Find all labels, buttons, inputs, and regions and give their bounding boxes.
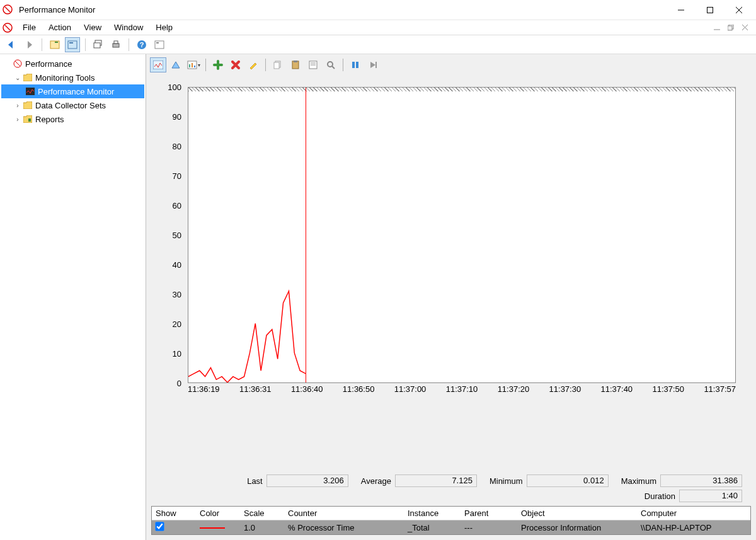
legend-header-color[interactable]: Color <box>196 508 240 518</box>
menu-action[interactable]: Action <box>42 21 77 33</box>
mdi-close-button[interactable] <box>740 23 750 33</box>
minimize-button[interactable] <box>667 0 696 20</box>
tree-label: Data Collector Sets <box>35 101 106 110</box>
average-label: Average <box>361 476 391 486</box>
legend-header-parent[interactable]: Parent <box>461 508 517 518</box>
graph-area: 0102030405060708090100 11:36:1911:36:311… <box>147 74 755 472</box>
legend-color-sample <box>200 527 225 529</box>
perfmon-toolbar: ▾ <box>147 55 755 74</box>
legend-object: Processor Information <box>517 523 637 532</box>
maximum-value: 31.386 <box>660 474 742 487</box>
series-line <box>188 88 735 382</box>
perfmon-icon <box>25 86 35 96</box>
folder-icon <box>23 100 33 110</box>
mdi-minimize-button[interactable] <box>712 23 722 33</box>
svg-text:?: ? <box>140 41 144 49</box>
legend-header-object[interactable]: Object <box>517 508 637 518</box>
duration-row: Duration 1:40 <box>147 490 755 506</box>
freeze-button[interactable] <box>347 57 364 72</box>
minimum-value: 0.012 <box>527 474 609 487</box>
new-window-button[interactable] <box>91 37 106 52</box>
view-histogram-button[interactable] <box>168 57 184 72</box>
view-report-button[interactable]: ▾ <box>185 57 202 72</box>
menu-help[interactable]: Help <box>149 21 179 33</box>
average-value: 7.125 <box>395 474 477 487</box>
help-button[interactable]: ? <box>134 37 149 52</box>
svg-rect-24 <box>28 118 31 122</box>
update-button[interactable] <box>365 57 381 72</box>
plot-area[interactable] <box>188 87 736 383</box>
svg-rect-39 <box>352 62 355 68</box>
delete-counter-button[interactable] <box>227 57 244 72</box>
menu-file[interactable]: File <box>16 21 42 33</box>
highlight-button[interactable] <box>245 57 261 72</box>
export-button[interactable] <box>152 37 167 52</box>
legend-computer: \\DAN-HP-LAPTOP <box>637 523 750 532</box>
zoom-button[interactable] <box>323 57 339 72</box>
svg-point-37 <box>328 62 333 67</box>
maximum-label: Maximum <box>621 476 656 486</box>
performance-icon <box>13 59 23 69</box>
svg-rect-13 <box>69 42 73 43</box>
menu-window[interactable]: Window <box>108 21 149 33</box>
console-tree: Performance ⌄ Monitoring Tools Performan… <box>0 54 146 540</box>
legend-header-show[interactable]: Show <box>152 508 196 518</box>
show-hide-tree-button[interactable] <box>47 37 62 52</box>
legend-parent: --- <box>461 523 517 532</box>
tree-label: Performance Monitor <box>38 87 114 96</box>
svg-rect-8 <box>728 26 732 30</box>
expander-icon[interactable]: › <box>14 116 21 123</box>
legend-header-computer[interactable]: Computer <box>637 508 750 518</box>
add-counter-button[interactable] <box>210 57 226 72</box>
expander-icon[interactable]: ⌄ <box>14 74 21 81</box>
properties-button[interactable] <box>65 37 80 52</box>
svg-rect-12 <box>68 41 77 49</box>
paste-button[interactable] <box>287 57 304 72</box>
legend-scale: 1.0 <box>240 523 284 532</box>
legend-show-checkbox[interactable] <box>155 522 164 531</box>
last-label: Last <box>247 476 263 486</box>
menu-view[interactable]: View <box>77 21 108 33</box>
duration-value: 1:40 <box>679 490 742 502</box>
close-button[interactable] <box>724 0 753 20</box>
svg-rect-2 <box>707 7 713 13</box>
forward-button[interactable] <box>21 37 37 52</box>
back-button[interactable] <box>4 37 19 52</box>
svg-rect-31 <box>274 62 279 69</box>
svg-rect-29 <box>194 66 195 67</box>
tree-data-collector-sets[interactable]: › Data Collector Sets <box>1 98 144 112</box>
legend-header-instance[interactable]: Instance <box>404 508 461 518</box>
properties-counter-button[interactable] <box>305 57 321 72</box>
copy-button[interactable] <box>270 57 286 72</box>
tree-label: Monitoring Tools <box>35 73 94 83</box>
svg-rect-40 <box>356 62 358 68</box>
stats-row: Last 3.206 Average 7.125 Minimum 0.012 M… <box>147 472 755 490</box>
tree-root-performance[interactable]: Performance <box>1 57 144 71</box>
print-button[interactable] <box>108 37 123 52</box>
minimum-label: Minimum <box>490 476 523 486</box>
tree-performance-monitor[interactable]: Performance Monitor <box>1 84 144 98</box>
last-value: 3.206 <box>266 474 348 487</box>
tree-label: Performance <box>25 59 72 69</box>
tree-reports[interactable]: › Reports <box>1 112 144 126</box>
legend-counter: % Processor Time <box>284 523 404 532</box>
legend-row[interactable]: 1.0 % Processor Time _Total --- Processo… <box>152 520 750 534</box>
legend-header-scale[interactable]: Scale <box>240 508 284 518</box>
tree-label: Reports <box>35 115 64 124</box>
y-axis: 0102030405060708090100 <box>160 87 185 383</box>
svg-line-38 <box>332 66 335 69</box>
tree-monitoring-tools[interactable]: ⌄ Monitoring Tools <box>1 71 144 84</box>
legend-header-counter[interactable]: Counter <box>284 508 404 518</box>
svg-rect-15 <box>94 43 100 48</box>
window-title: Performance Monitor <box>19 5 95 14</box>
legend-instance: _Total <box>404 523 461 532</box>
folder-reports-icon <box>23 114 33 124</box>
counter-legend: Show Color Scale Counter Instance Parent… <box>151 506 751 535</box>
view-graph-button[interactable] <box>150 57 166 72</box>
expander-icon[interactable]: › <box>14 102 21 109</box>
mdi-restore-button[interactable] <box>726 23 736 33</box>
maximize-button[interactable] <box>696 0 724 20</box>
svg-rect-28 <box>192 63 193 67</box>
folder-icon <box>23 72 33 83</box>
svg-rect-17 <box>114 41 118 43</box>
